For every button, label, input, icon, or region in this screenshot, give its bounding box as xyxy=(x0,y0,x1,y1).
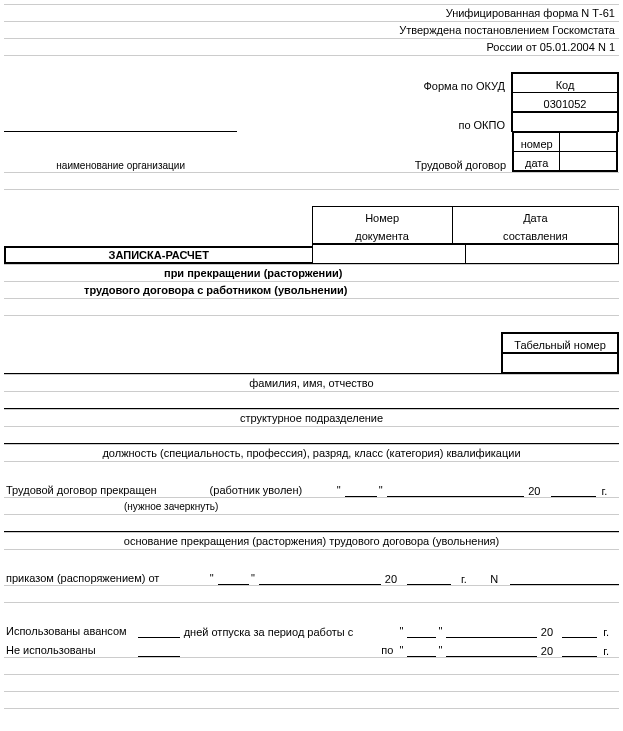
order-number[interactable] xyxy=(510,566,619,585)
okpo-label: по ОКПО xyxy=(372,113,512,132)
vac-from-year[interactable] xyxy=(562,619,598,638)
org-caption: наименование организации xyxy=(4,132,237,173)
fio-field[interactable] xyxy=(4,353,502,373)
doc-date-label2: составления xyxy=(452,225,618,244)
doc-num-label1: Номер xyxy=(312,207,452,226)
vac-from-year-suffix: г. xyxy=(597,619,619,638)
dept-field[interactable] xyxy=(4,399,619,401)
tab-number-value[interactable] xyxy=(502,353,618,373)
vacation-notused-label: Не использованы xyxy=(4,638,138,657)
basis-field[interactable] xyxy=(4,522,619,524)
form-code-line: Унифицированная форма N Т-61 xyxy=(4,6,619,20)
order-year-suffix: г. xyxy=(451,566,484,585)
order-month[interactable] xyxy=(259,566,381,585)
term-year-suffix: г. xyxy=(596,478,619,497)
vacation-to-label: по xyxy=(180,638,398,657)
vac-from-day[interactable] xyxy=(407,619,436,638)
doc-date-label1: Дата xyxy=(452,207,618,226)
fio-caption: фамилия, имя, отчество xyxy=(4,376,619,390)
number-label: номер xyxy=(513,133,560,152)
order-year[interactable] xyxy=(407,566,451,585)
term-month[interactable] xyxy=(387,478,524,497)
contract-label: Трудовой договор xyxy=(372,132,512,173)
hr-sign-field[interactable] xyxy=(252,725,374,731)
doc-num-value[interactable] xyxy=(312,245,465,264)
vac-to-year-prefix: 20 xyxy=(537,638,562,657)
subtitle-1: при прекращении (расторжении) xyxy=(84,266,619,280)
vac-to-day[interactable] xyxy=(407,638,436,657)
org-name-field[interactable] xyxy=(4,113,237,132)
dept-caption: структурное подразделение xyxy=(4,411,619,425)
doc-date-value[interactable] xyxy=(465,245,618,264)
approved-line-2: России от 05.01.2004 N 1 xyxy=(4,40,619,54)
order-prefix: приказом (распоряжением) от xyxy=(4,566,208,585)
subtitle-2: трудового договора с работником (увольне… xyxy=(4,283,619,297)
vacation-used-days[interactable] xyxy=(138,619,180,638)
vac-to-month[interactable] xyxy=(446,638,537,657)
term-year-prefix: 20 xyxy=(524,478,551,497)
approved-line-1: Утверждена постановлением Госкомстата xyxy=(4,23,619,37)
term-day[interactable] xyxy=(345,478,377,497)
hr-decipher-field[interactable] xyxy=(384,725,619,731)
basis-caption: основание прекращения (расторжения) труд… xyxy=(4,534,619,548)
vac-from-month[interactable] xyxy=(446,619,537,638)
date-label: дата xyxy=(513,152,560,172)
okpo-value[interactable] xyxy=(512,113,618,132)
vacation-days-label: дней отпуска за период работы с xyxy=(180,619,398,638)
vac-to-year[interactable] xyxy=(562,638,598,657)
vacation-notused-days[interactable] xyxy=(138,638,180,657)
position-field[interactable] xyxy=(4,434,619,436)
code-header: Код xyxy=(512,73,618,93)
vac-to-year-suffix: г. xyxy=(597,638,619,657)
order-day[interactable] xyxy=(218,566,249,585)
hr-title: Работник кадровой службы xyxy=(4,725,158,731)
terminate-text2: (работник уволен) xyxy=(208,478,335,497)
doc-num-label2: документа xyxy=(312,225,452,244)
doc-title: ЗАПИСКА-РАСЧЕТ xyxy=(4,246,312,264)
order-n-label: N xyxy=(484,566,510,585)
terminate-text1: Трудовой договор прекращен xyxy=(4,478,208,497)
okud-value: 0301052 xyxy=(512,93,618,112)
okud-label: Форма по ОКУД xyxy=(372,73,512,93)
contract-number-value[interactable] xyxy=(560,133,617,152)
term-year[interactable] xyxy=(551,478,596,497)
strike-note: (нужное зачеркнуть) xyxy=(4,500,619,513)
order-year-prefix: 20 xyxy=(381,566,407,585)
vacation-used-label: Использованы авансом xyxy=(4,619,138,638)
contract-date-value[interactable] xyxy=(560,152,617,172)
position-caption: должность (специальность, профессия), ра… xyxy=(4,446,619,460)
tab-number-label: Табельный номер xyxy=(502,333,618,353)
vac-from-year-prefix: 20 xyxy=(537,619,562,638)
hr-position-field[interactable] xyxy=(158,725,242,731)
